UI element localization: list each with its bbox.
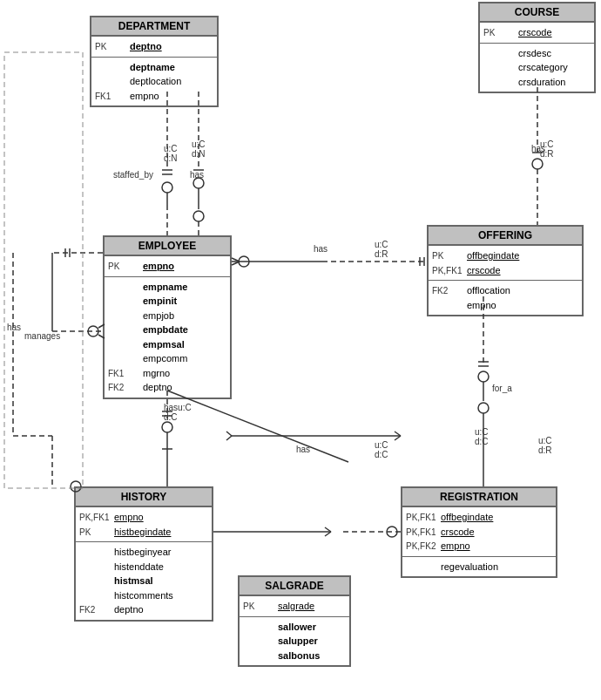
- label-has-history: has: [296, 445, 310, 454]
- label-uc-dr-course: u:Cd:R: [540, 139, 554, 159]
- label-has-emp-offering: has: [314, 244, 328, 254]
- svg-point-10: [193, 211, 204, 221]
- svg-rect-60: [4, 52, 83, 488]
- employee-pk-section: PK empno: [105, 256, 230, 277]
- history-pk-section: PK,FK1 empno PK histbegindate: [76, 507, 212, 542]
- offering-attr-section: FK2 offlocation empno: [429, 281, 582, 315]
- label-has-left: has: [7, 323, 21, 332]
- label-hasu-dc: hasu:Cd:C: [164, 403, 192, 422]
- svg-line-42: [395, 432, 401, 436]
- salgrade-header: SALGRADE: [240, 577, 349, 596]
- salgrade-pk-section: PK salgrade: [240, 596, 349, 617]
- course-attr-section: crsdesc crscategory crsduration: [480, 44, 594, 92]
- label-uc-dn-emp: u:Cd:N: [192, 139, 206, 159]
- label-uc-dc-hist: u:Cd:C: [475, 427, 489, 446]
- label-uc-dr-offering: u:Cd:R: [375, 240, 388, 259]
- offering-pk-section: PK offbegindate PK,FK1 crscode: [429, 246, 582, 281]
- label-manages: manages: [24, 331, 60, 341]
- label-uc-dr-reg: u:Cd:R: [538, 436, 552, 455]
- label-has-dept: has: [190, 170, 204, 180]
- registration-header: REGISTRATION: [402, 488, 556, 507]
- entity-course: COURSE PK crscode crsdesc crscategory cr…: [478, 2, 596, 93]
- svg-line-56: [325, 527, 331, 532]
- label-staffed-by: staffed_by: [113, 170, 153, 180]
- svg-line-40: [226, 432, 232, 436]
- entity-registration: REGISTRATION PK,FK1 offbegindate PK,FK1 …: [401, 486, 557, 578]
- offering-header: OFFERING: [429, 227, 582, 246]
- course-pk-section: PK crscode: [480, 23, 594, 44]
- department-pk-section: PK deptno: [91, 37, 217, 58]
- svg-point-34: [162, 422, 172, 432]
- svg-line-43: [395, 436, 401, 440]
- course-header: COURSE: [480, 3, 594, 23]
- entity-offering: OFFERING PK offbegindate PK,FK1 crscode …: [427, 225, 584, 316]
- entity-employee: EMPLOYEE PK empno empname empinit empjob: [103, 235, 232, 399]
- department-attr-section: deptname deptlocation FK1 empno: [91, 58, 217, 106]
- diagram: DEPARTMENT PK deptno deptname deptlocati…: [0, 0, 601, 700]
- svg-point-51: [478, 371, 489, 382]
- svg-point-53: [478, 403, 489, 413]
- svg-line-29: [232, 258, 240, 262]
- employee-header: EMPLOYEE: [105, 237, 230, 256]
- svg-line-30: [232, 262, 240, 265]
- registration-pk-section: PK,FK1 offbegindate PK,FK1 crscode PK,FK…: [402, 507, 556, 557]
- label-uc-dc-reg: u:Cd:C: [375, 440, 388, 459]
- employee-attr-section: empname empinit empjob empbdate empmsal …: [105, 277, 230, 398]
- svg-line-41: [226, 436, 232, 440]
- entity-salgrade: SALGRADE PK salgrade sallower salupper s…: [238, 575, 351, 667]
- svg-line-57: [325, 532, 331, 536]
- history-attr-section: histbeginyear histenddate histmsal histc…: [76, 542, 212, 620]
- salgrade-attr-section: sallower salupper salbonus: [240, 617, 349, 666]
- svg-point-15: [88, 326, 98, 336]
- svg-line-38: [167, 391, 348, 462]
- svg-point-46: [532, 159, 543, 169]
- entity-department: DEPARTMENT PK deptno deptname deptlocati…: [90, 16, 219, 107]
- department-header: DEPARTMENT: [91, 17, 217, 37]
- svg-point-3: [162, 182, 172, 193]
- history-header: HISTORY: [76, 488, 212, 507]
- svg-point-59: [387, 527, 397, 537]
- label-uc-dn-dept: u:Cd:N: [164, 144, 178, 163]
- label-for-a: for_a: [492, 384, 512, 393]
- entity-history: HISTORY PK,FK1 empno PK histbegindate hi…: [74, 486, 213, 622]
- svg-point-28: [239, 256, 249, 267]
- registration-attr-section: regevaluation: [402, 557, 556, 577]
